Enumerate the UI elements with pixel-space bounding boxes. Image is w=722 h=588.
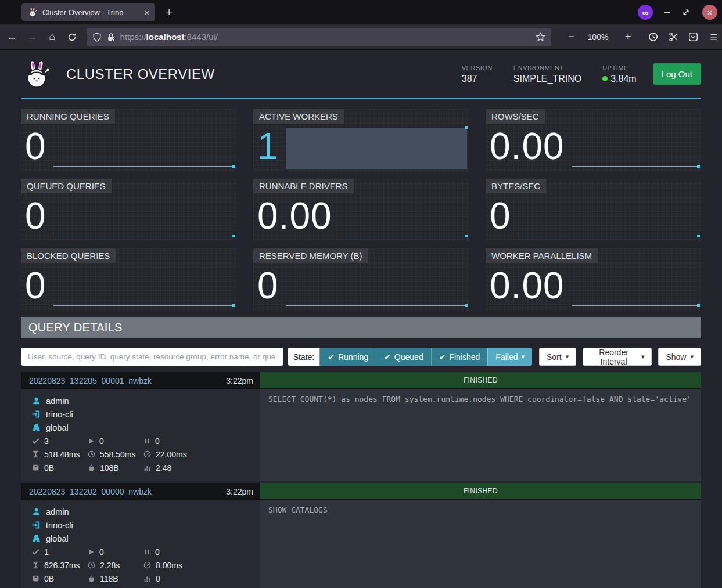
tile-bytes-sec: BYTES/SEC 0 — [486, 179, 701, 241]
url-bar[interactable]: https://localhost:8443/ui/ — [87, 28, 551, 46]
tile-label: RESERVED MEMORY (B) — [253, 248, 368, 263]
navigation-toolbar: ← → ⌂ https://localhost:8443/ui/ − 100% … — [0, 24, 722, 50]
trino-favicon — [27, 7, 38, 17]
trino-ui-page: CLUSTER OVERVIEW VERSION 387 ENVIRONMENT… — [0, 50, 722, 588]
tile-queued-queries: QUEUED QUERIES 0 — [21, 179, 236, 241]
elapsed-time: 558.50ms — [100, 450, 135, 459]
bookmark-star-icon[interactable] — [536, 32, 545, 42]
private-browsing-icon: ∞ — [638, 5, 653, 20]
tile-running-queries: RUNNING QUERIES 0 — [21, 109, 236, 172]
current-memory: 0B — [44, 463, 54, 472]
tile-runnable-drivers: RUNNABLE DRIVERS 0.00 — [253, 179, 469, 241]
show-dropdown[interactable]: Show▾ — [658, 348, 701, 366]
tile-value: 0 — [25, 123, 46, 172]
search-input[interactable] — [21, 348, 283, 366]
sign-in-icon — [32, 410, 41, 419]
sparkline — [339, 193, 467, 241]
query-source: trino-cli — [46, 521, 73, 530]
tile-value: 0.00 — [257, 193, 332, 241]
equalizer-icon — [143, 464, 151, 471]
state-finished-button[interactable]: ✔Finished — [431, 348, 488, 366]
query-resource-group: global — [46, 534, 69, 543]
zoom-out-button[interactable]: − — [563, 28, 580, 46]
query-id-link[interactable]: 20220823_132202_00000_nwbzk — [29, 487, 152, 496]
sparkline — [53, 262, 235, 311]
tab-title: Cluster Overview - Trino — [42, 8, 139, 17]
sort-dropdown[interactable]: Sort▾ — [539, 348, 576, 366]
tile-label: RUNNING QUERIES — [21, 109, 115, 124]
user-icon — [32, 507, 41, 516]
tile-label: QUEUED QUERIES — [21, 179, 112, 193]
zoom-level[interactable]: 100% — [588, 33, 609, 42]
sparkline — [518, 193, 699, 241]
sign-in-icon — [32, 521, 41, 529]
sparkline — [572, 123, 699, 172]
reload-button[interactable] — [64, 28, 81, 46]
sparkline — [286, 262, 467, 311]
tab-close-icon[interactable]: × — [144, 8, 149, 17]
check-icon: ✔ — [439, 352, 446, 362]
query-meta-panel: admin trino-cli global 3 0 0 518.48ms 55… — [21, 389, 260, 481]
new-tab-button[interactable]: + — [166, 5, 173, 19]
query-user: admin — [46, 396, 69, 406]
user-icon — [32, 396, 41, 405]
wall-time: 518.48ms — [44, 450, 80, 459]
version-value: 387 — [462, 74, 493, 84]
cumulative-memory: 108B — [100, 463, 119, 472]
query-status-container: FINISHED — [260, 483, 701, 500]
tile-rows-sec: ROWS/SEC 0.00 — [486, 109, 701, 172]
chevron-down-icon: ▾ — [641, 353, 645, 360]
menu-hamburger-icon[interactable]: ≡ — [705, 28, 722, 46]
query-time: 3:22pm — [226, 376, 253, 385]
gauge-icon — [143, 450, 151, 458]
zoom-in-button[interactable]: + — [619, 28, 637, 46]
browser-window: Cluster Overview - Trino × + ∞ – × ← → ⌂… — [0, 0, 722, 588]
tile-label: BYTES/SEC — [486, 179, 546, 193]
query-id-link[interactable]: 20220823_132205_00001_nwbzk — [29, 376, 152, 385]
sparkline — [572, 262, 699, 311]
query-list: 20220823_132205_00001_nwbzk 3:22pm FINIS… — [21, 372, 701, 588]
query-time: 3:22pm — [226, 487, 253, 496]
cpu-time: 8.00ms — [156, 561, 182, 570]
close-button[interactable]: × — [702, 5, 717, 20]
history-clock-icon[interactable] — [645, 28, 662, 46]
query-row-header: 20220823_132205_00001_nwbzk 3:22pm — [21, 372, 260, 389]
splits-running: 0 — [99, 547, 104, 557]
tile-reserved-memory: RESERVED MEMORY (B) 0 — [253, 248, 469, 311]
query-row-header: 20220823_132202_00000_nwbzk 3:22pm — [21, 483, 260, 500]
back-button[interactable]: ← — [3, 28, 20, 46]
query-user: admin — [46, 507, 69, 517]
state-running-button[interactable]: ✔Running — [319, 348, 376, 366]
query-details-header: QUERY DETAILS — [21, 317, 701, 338]
reorder-interval-dropdown[interactable]: Reorder Interval▾ — [583, 348, 652, 366]
query-row: 20220823_132205_00001_nwbzk 3:22pm FINIS… — [21, 372, 701, 481]
tile-label: RUNNABLE DRIVERS — [253, 179, 354, 193]
home-button[interactable]: ⌂ — [44, 28, 60, 46]
sparkline — [53, 193, 235, 241]
lock-icon[interactable] — [106, 33, 116, 42]
scale-icon — [32, 464, 39, 471]
forward-button[interactable]: → — [24, 28, 41, 46]
tile-label: BLOCKED QUERIES — [21, 248, 116, 263]
logout-button[interactable]: Log Out — [653, 63, 701, 85]
environment-label: ENVIRONMENT — [513, 64, 581, 71]
zoom-controls: − 100% + — [559, 28, 637, 46]
tracking-shield-icon[interactable] — [92, 33, 102, 42]
screenshot-scissors-icon[interactable] — [665, 28, 682, 46]
tile-value: 0 — [490, 193, 511, 241]
maximize-button[interactable] — [681, 8, 691, 17]
state-failed-dropdown[interactable]: Failed▾ — [487, 348, 532, 366]
wall-time: 626.37ms — [44, 561, 80, 570]
pause-icon — [143, 549, 150, 555]
tab-strip: Cluster Overview - Trino × + ∞ – × — [0, 0, 722, 24]
clock-icon — [88, 450, 95, 458]
minimize-button[interactable]: – — [664, 7, 670, 17]
uptime-block: UPTIME 3.84m — [602, 64, 636, 84]
pocket-icon[interactable] — [685, 28, 702, 46]
query-row: 20220823_132202_00000_nwbzk 3:22pm FINIS… — [21, 483, 701, 588]
browser-tab[interactable]: Cluster Overview - Trino × — [21, 3, 155, 21]
tile-value: 0.00 — [490, 262, 565, 311]
state-queued-button[interactable]: ✔Queued — [376, 348, 431, 366]
query-meta-panel: admin trino-cli global 1 0 0 626.37ms 2.… — [21, 500, 260, 588]
app-header: CLUSTER OVERVIEW VERSION 387 ENVIRONMENT… — [21, 50, 701, 99]
